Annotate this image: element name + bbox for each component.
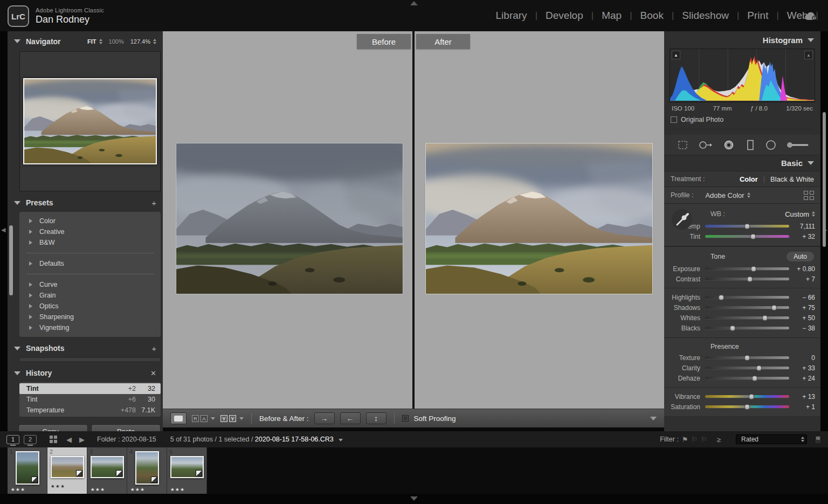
right-panel-scrollbar[interactable] — [823, 112, 826, 247]
history-step-row[interactable]: Temperature +478 7.1K — [19, 405, 161, 416]
edited-badge-icon[interactable] — [31, 477, 38, 483]
after-image[interactable] — [425, 143, 653, 294]
module-tab[interactable]: Develop — [537, 10, 591, 22]
auto-tone-button[interactable]: Auto — [786, 252, 814, 261]
slider-track[interactable] — [705, 225, 789, 227]
module-tab[interactable]: Map — [594, 10, 630, 22]
slider-value[interactable]: + 32 — [789, 233, 815, 240]
slider-knob[interactable] — [751, 266, 757, 272]
navigator-zoom-control[interactable]: 127.4% — [130, 38, 156, 45]
flag-unflagged-filter-icon[interactable]: ⚐ — [692, 436, 698, 444]
treatment-color-option[interactable]: Color — [740, 175, 758, 183]
filmstrip-thumbnail-cell[interactable]: 5 ★★★ — [167, 447, 207, 494]
slider-track[interactable] — [705, 405, 789, 408]
collapse-left-panel-icon[interactable]: ◀ — [1, 226, 5, 233]
treatment-bw-option[interactable]: Black & White — [770, 175, 814, 183]
spot-removal-tool-icon[interactable] — [698, 139, 713, 151]
navigator-header[interactable]: Navigator FIT 100% 127.4% — [8, 31, 163, 51]
slider-track[interactable] — [705, 327, 789, 329]
module-tab[interactable]: Slideshow — [674, 10, 737, 22]
slider-track[interactable] — [705, 367, 789, 369]
slider-knob[interactable] — [762, 315, 768, 321]
history-header[interactable]: History ✕ — [8, 365, 163, 381]
filter-toggle-switch[interactable] — [815, 435, 822, 444]
preset-group-row[interactable]: Defaults — [19, 258, 161, 269]
preset-group-row[interactable]: Sharpening — [19, 312, 161, 322]
crop-tool-icon[interactable] — [676, 139, 690, 151]
thumbnail-image[interactable] — [16, 451, 39, 485]
slider-value[interactable]: − 38 — [789, 325, 815, 332]
add-snapshot-button[interactable]: + — [151, 344, 156, 353]
thumbnail-star-rating[interactable]: ★★★ — [170, 487, 185, 492]
profile-browser-icon[interactable] — [804, 191, 814, 200]
module-tab[interactable]: Library — [488, 10, 535, 22]
before-after-view-button[interactable]: YY — [220, 415, 244, 422]
thumbnail-image[interactable] — [170, 456, 204, 478]
preset-group-row[interactable]: B&W — [19, 237, 161, 248]
clear-history-button[interactable]: ✕ — [150, 369, 156, 377]
slider-knob[interactable] — [744, 223, 750, 229]
preset-group-row[interactable]: Vignetting — [19, 322, 161, 333]
preset-group-row[interactable]: Color — [19, 216, 161, 226]
navigator-fit-control[interactable]: FIT — [87, 38, 102, 45]
edited-badge-icon[interactable] — [151, 477, 157, 483]
red-eye-tool-icon[interactable] — [722, 139, 736, 151]
slider-track[interactable] — [705, 278, 789, 280]
profile-select[interactable]: Adobe Color — [705, 191, 750, 199]
thumbnail-star-rating[interactable]: ★★★ — [51, 484, 65, 489]
slider-knob[interactable] — [748, 393, 754, 399]
history-step-row[interactable]: Tint +6 30 — [19, 394, 161, 405]
slider-value[interactable]: + 24 — [789, 375, 815, 382]
reference-view-button[interactable]: RA — [192, 415, 215, 422]
before-after-divider[interactable] — [412, 31, 415, 409]
slider-value[interactable]: + 75 — [789, 304, 815, 312]
slider-track[interactable] — [705, 395, 789, 398]
slider-knob[interactable] — [747, 276, 753, 282]
thumbnail-image[interactable] — [91, 456, 124, 478]
white-balance-eyedropper-icon[interactable] — [672, 209, 692, 230]
paste-button[interactable]: Paste — [91, 424, 161, 431]
histogram-header[interactable]: Histogram — [664, 31, 820, 49]
slider-track[interactable] — [705, 377, 789, 379]
slider-knob[interactable] — [750, 233, 756, 239]
filmstrip-thumbnail-cell[interactable]: 4 ★★★ — [127, 447, 167, 494]
slider-knob[interactable] — [718, 294, 724, 300]
preset-group-row[interactable]: Curve — [19, 279, 161, 290]
filmstrip-thumbnail-cell[interactable]: 1 ★★★ — [8, 447, 47, 494]
graduated-filter-tool-icon[interactable] — [744, 139, 756, 151]
thumbnail-image[interactable] — [51, 456, 84, 478]
filter-preset-select[interactable]: Rated — [736, 434, 807, 444]
collapse-filmstrip-icon[interactable] — [410, 496, 418, 501]
slider-value[interactable]: + 50 — [789, 314, 815, 322]
presets-header[interactable]: Presets + — [8, 195, 163, 211]
preset-group-row[interactable] — [26, 253, 154, 253]
flag-pick-filter-icon[interactable]: ⚑ — [682, 436, 688, 444]
cloud-sync-icon[interactable] — [804, 11, 817, 20]
thumbnail-image[interactable] — [135, 451, 159, 485]
module-tab[interactable]: Book — [632, 10, 672, 22]
preset-group-row[interactable] — [26, 274, 154, 274]
rating-ge-icon[interactable]: ≥ — [717, 436, 721, 444]
main-window-button[interactable]: 1 — [6, 435, 19, 444]
grid-view-icon[interactable] — [50, 436, 57, 443]
snapshots-header[interactable]: Snapshots + — [8, 340, 163, 356]
thumbnail-star-rating[interactable]: ★★★ — [91, 487, 105, 492]
preset-group-row[interactable]: Creative — [19, 226, 161, 237]
slider-knob[interactable] — [744, 404, 750, 410]
folder-breadcrumb[interactable]: Folder : 2020-08-15 — [97, 436, 156, 443]
slider-value[interactable]: 7,111 — [789, 223, 815, 230]
edited-badge-icon[interactable] — [196, 470, 202, 477]
left-panel-scrollbar[interactable] — [9, 225, 13, 295]
slider-knob[interactable] — [730, 325, 736, 331]
preset-group-row[interactable]: Grain — [19, 290, 161, 301]
slider-value[interactable]: + 1 — [789, 403, 815, 411]
copy-before-to-after-button[interactable]: → — [314, 412, 335, 424]
module-tab[interactable]: Print — [739, 10, 776, 22]
navigator-100-control[interactable]: 100% — [109, 38, 124, 45]
slider-track[interactable] — [705, 235, 789, 238]
slider-knob[interactable] — [771, 305, 777, 310]
slider-knob[interactable] — [744, 355, 750, 361]
next-photo-icon[interactable]: ▶ — [79, 436, 85, 444]
shadow-clipping-indicator[interactable]: ▲ — [672, 51, 680, 59]
slider-value[interactable]: + 33 — [789, 364, 815, 372]
